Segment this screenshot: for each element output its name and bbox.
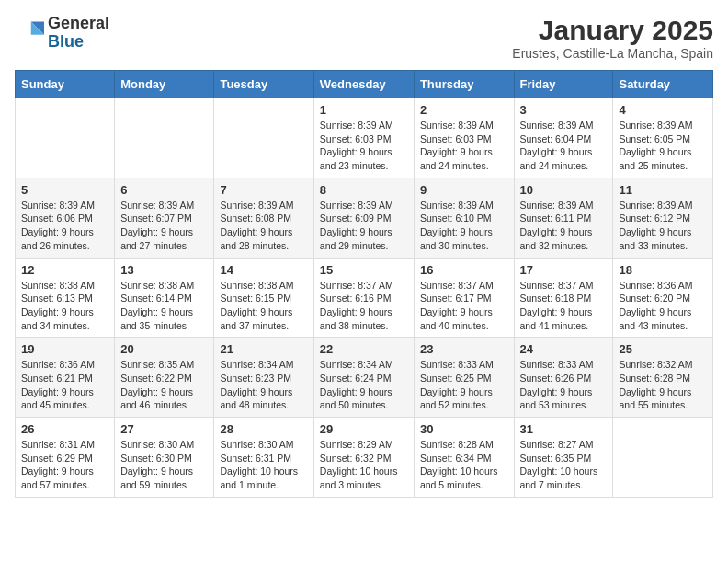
logo-text: General Blue xyxy=(48,15,109,52)
calendar-week-row: 19Sunrise: 8:36 AM Sunset: 6:21 PM Dayli… xyxy=(16,338,713,418)
day-number: 14 xyxy=(220,263,307,277)
day-number: 28 xyxy=(220,422,307,436)
weekday-header: Wednesday xyxy=(313,71,414,98)
day-info: Sunrise: 8:39 AM Sunset: 6:07 PM Dayligh… xyxy=(120,199,208,253)
day-number: 3 xyxy=(520,103,608,117)
day-number: 9 xyxy=(420,183,508,197)
calendar-cell: 19Sunrise: 8:36 AM Sunset: 6:21 PM Dayli… xyxy=(16,338,115,418)
calendar-cell: 24Sunrise: 8:33 AM Sunset: 6:26 PM Dayli… xyxy=(514,338,613,418)
weekday-header: Sunday xyxy=(16,71,115,98)
day-info: Sunrise: 8:33 AM Sunset: 6:25 PM Dayligh… xyxy=(420,358,508,412)
calendar-cell: 11Sunrise: 8:39 AM Sunset: 6:12 PM Dayli… xyxy=(613,178,713,258)
day-info: Sunrise: 8:39 AM Sunset: 6:10 PM Dayligh… xyxy=(420,199,508,253)
calendar-cell xyxy=(16,98,115,178)
day-number: 7 xyxy=(220,183,307,197)
calendar-week-row: 5Sunrise: 8:39 AM Sunset: 6:06 PM Daylig… xyxy=(16,178,713,258)
day-number: 13 xyxy=(120,263,208,277)
calendar-cell: 17Sunrise: 8:37 AM Sunset: 6:18 PM Dayli… xyxy=(514,258,613,338)
calendar-cell: 18Sunrise: 8:36 AM Sunset: 6:20 PM Dayli… xyxy=(613,258,713,338)
day-number: 31 xyxy=(520,422,608,436)
day-info: Sunrise: 8:28 AM Sunset: 6:34 PM Dayligh… xyxy=(420,438,508,492)
calendar-cell: 4Sunrise: 8:39 AM Sunset: 6:05 PM Daylig… xyxy=(613,98,713,178)
day-number: 21 xyxy=(220,342,307,356)
calendar-cell: 16Sunrise: 8:37 AM Sunset: 6:17 PM Dayli… xyxy=(414,258,514,338)
day-info: Sunrise: 8:36 AM Sunset: 6:21 PM Dayligh… xyxy=(21,358,108,412)
day-info: Sunrise: 8:37 AM Sunset: 6:16 PM Dayligh… xyxy=(320,279,408,333)
calendar-cell: 26Sunrise: 8:31 AM Sunset: 6:29 PM Dayli… xyxy=(16,418,115,498)
day-number: 16 xyxy=(420,263,508,277)
calendar-cell: 22Sunrise: 8:34 AM Sunset: 6:24 PM Dayli… xyxy=(313,338,414,418)
day-info: Sunrise: 8:37 AM Sunset: 6:18 PM Dayligh… xyxy=(520,279,608,333)
day-number: 4 xyxy=(619,103,707,117)
calendar-cell xyxy=(613,418,713,498)
day-info: Sunrise: 8:34 AM Sunset: 6:24 PM Dayligh… xyxy=(320,358,408,412)
title-block: January 2025 Erustes, Castille-La Mancha… xyxy=(512,15,713,61)
day-info: Sunrise: 8:39 AM Sunset: 6:09 PM Dayligh… xyxy=(320,199,408,253)
day-info: Sunrise: 8:29 AM Sunset: 6:32 PM Dayligh… xyxy=(320,438,408,492)
day-number: 2 xyxy=(420,103,508,117)
day-number: 20 xyxy=(120,342,208,356)
day-number: 26 xyxy=(21,422,108,436)
calendar-table: SundayMondayTuesdayWednesdayThursdayFrid… xyxy=(15,70,713,498)
day-info: Sunrise: 8:34 AM Sunset: 6:23 PM Dayligh… xyxy=(220,358,307,412)
day-info: Sunrise: 8:30 AM Sunset: 6:30 PM Dayligh… xyxy=(120,438,208,492)
day-info: Sunrise: 8:32 AM Sunset: 6:28 PM Dayligh… xyxy=(619,358,707,412)
day-info: Sunrise: 8:38 AM Sunset: 6:13 PM Dayligh… xyxy=(21,279,108,333)
weekday-header: Saturday xyxy=(613,71,713,98)
day-info: Sunrise: 8:39 AM Sunset: 6:11 PM Dayligh… xyxy=(520,199,608,253)
logo: General Blue xyxy=(15,15,109,52)
weekday-header: Monday xyxy=(115,71,214,98)
day-number: 6 xyxy=(120,183,208,197)
calendar-week-row: 26Sunrise: 8:31 AM Sunset: 6:29 PM Dayli… xyxy=(16,418,713,498)
calendar-cell: 31Sunrise: 8:27 AM Sunset: 6:35 PM Dayli… xyxy=(514,418,613,498)
day-number: 25 xyxy=(619,342,707,356)
day-info: Sunrise: 8:39 AM Sunset: 6:06 PM Dayligh… xyxy=(21,199,108,253)
calendar-cell: 7Sunrise: 8:39 AM Sunset: 6:08 PM Daylig… xyxy=(214,178,313,258)
day-number: 27 xyxy=(120,422,208,436)
calendar-cell: 15Sunrise: 8:37 AM Sunset: 6:16 PM Dayli… xyxy=(313,258,414,338)
day-number: 19 xyxy=(21,342,108,356)
calendar-cell: 20Sunrise: 8:35 AM Sunset: 6:22 PM Dayli… xyxy=(115,338,214,418)
day-info: Sunrise: 8:39 AM Sunset: 6:05 PM Dayligh… xyxy=(619,119,707,173)
calendar-cell: 28Sunrise: 8:30 AM Sunset: 6:31 PM Dayli… xyxy=(214,418,313,498)
day-info: Sunrise: 8:27 AM Sunset: 6:35 PM Dayligh… xyxy=(520,438,608,492)
day-number: 11 xyxy=(619,183,707,197)
calendar-cell: 21Sunrise: 8:34 AM Sunset: 6:23 PM Dayli… xyxy=(214,338,313,418)
calendar-cell: 5Sunrise: 8:39 AM Sunset: 6:06 PM Daylig… xyxy=(16,178,115,258)
calendar-cell: 30Sunrise: 8:28 AM Sunset: 6:34 PM Dayli… xyxy=(414,418,514,498)
day-number: 17 xyxy=(520,263,608,277)
calendar-week-row: 1Sunrise: 8:39 AM Sunset: 6:03 PM Daylig… xyxy=(16,98,713,178)
day-number: 10 xyxy=(520,183,608,197)
calendar-cell: 13Sunrise: 8:38 AM Sunset: 6:14 PM Dayli… xyxy=(115,258,214,338)
day-info: Sunrise: 8:36 AM Sunset: 6:20 PM Dayligh… xyxy=(619,279,707,333)
day-number: 29 xyxy=(320,422,408,436)
calendar-cell xyxy=(115,98,214,178)
day-info: Sunrise: 8:39 AM Sunset: 6:12 PM Dayligh… xyxy=(619,199,707,253)
day-info: Sunrise: 8:33 AM Sunset: 6:26 PM Dayligh… xyxy=(520,358,608,412)
day-info: Sunrise: 8:37 AM Sunset: 6:17 PM Dayligh… xyxy=(420,279,508,333)
day-number: 30 xyxy=(420,422,508,436)
day-info: Sunrise: 8:39 AM Sunset: 6:04 PM Dayligh… xyxy=(520,119,608,173)
calendar-cell: 2Sunrise: 8:39 AM Sunset: 6:03 PM Daylig… xyxy=(414,98,514,178)
logo-icon xyxy=(15,18,44,48)
calendar-subtitle: Erustes, Castille-La Mancha, Spain xyxy=(512,46,713,61)
calendar-title: January 2025 xyxy=(512,15,713,46)
calendar-cell: 29Sunrise: 8:29 AM Sunset: 6:32 PM Dayli… xyxy=(313,418,414,498)
logo-blue-text: Blue xyxy=(48,33,109,52)
weekday-header: Friday xyxy=(514,71,613,98)
calendar-cell: 23Sunrise: 8:33 AM Sunset: 6:25 PM Dayli… xyxy=(414,338,514,418)
day-info: Sunrise: 8:39 AM Sunset: 6:08 PM Dayligh… xyxy=(220,199,307,253)
day-number: 5 xyxy=(21,183,108,197)
calendar-cell: 27Sunrise: 8:30 AM Sunset: 6:30 PM Dayli… xyxy=(115,418,214,498)
day-info: Sunrise: 8:39 AM Sunset: 6:03 PM Dayligh… xyxy=(420,119,508,173)
day-number: 18 xyxy=(619,263,707,277)
calendar-cell: 6Sunrise: 8:39 AM Sunset: 6:07 PM Daylig… xyxy=(115,178,214,258)
day-number: 8 xyxy=(320,183,408,197)
day-number: 15 xyxy=(320,263,408,277)
day-number: 22 xyxy=(320,342,408,356)
logo-general-text: General xyxy=(48,15,109,33)
weekday-header: Tuesday xyxy=(214,71,313,98)
calendar-cell: 25Sunrise: 8:32 AM Sunset: 6:28 PM Dayli… xyxy=(613,338,713,418)
calendar-cell xyxy=(214,98,313,178)
day-info: Sunrise: 8:30 AM Sunset: 6:31 PM Dayligh… xyxy=(220,438,307,492)
